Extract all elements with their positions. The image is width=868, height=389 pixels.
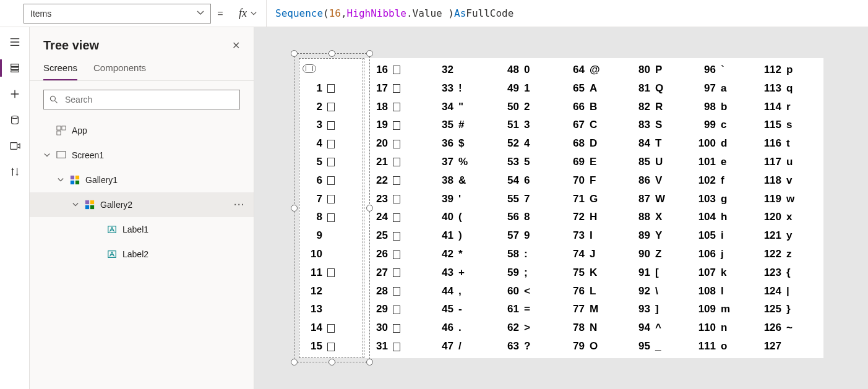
scrollbar-thumb[interactable] — [303, 64, 316, 73]
gallery-cell[interactable]: 77M — [561, 301, 627, 319]
gallery-cell[interactable]: 47/ — [430, 337, 496, 356]
gallery-column[interactable]: 0123456789101112131415 — [299, 58, 364, 358]
gallery-cell[interactable]: 95_ — [627, 337, 692, 356]
gallery-cell[interactable]: 99c — [692, 116, 758, 134]
gallery-cell[interactable]: 11 — [299, 263, 364, 282]
gallery-cell[interactable]: 4 — [299, 134, 364, 153]
gallery-cell[interactable]: 74J — [561, 245, 627, 263]
gallery-cell[interactable]: 25 — [364, 226, 430, 245]
gallery-cell[interactable]: 96` — [692, 61, 758, 79]
gallery-cell[interactable]: 34" — [430, 98, 496, 116]
resize-handle[interactable] — [291, 359, 298, 365]
gallery-cell[interactable]: 502 — [496, 98, 561, 116]
gallery-cell[interactable]: 568 — [496, 208, 561, 227]
gallery-cell[interactable]: 108l — [692, 282, 758, 301]
search-field[interactable] — [64, 94, 234, 105]
gallery-cell[interactable]: 102f — [692, 171, 758, 190]
hamburger-icon[interactable] — [9, 36, 21, 48]
gallery-cell[interactable]: 97a — [692, 79, 758, 98]
gallery-cell[interactable]: 78N — [561, 318, 627, 337]
gallery-cell[interactable]: 105i — [692, 226, 758, 245]
gallery-cell[interactable]: 29 — [364, 301, 430, 319]
tree-view-icon[interactable] — [9, 62, 21, 74]
gallery-cell[interactable]: 91[ — [627, 263, 692, 282]
gallery-cell[interactable]: 7 — [299, 190, 364, 208]
gallery-cell[interactable]: 124| — [758, 282, 823, 301]
gallery-cell[interactable]: 127 — [758, 337, 823, 356]
gallery-cell[interactable]: 35# — [430, 116, 496, 134]
gallery-cell[interactable]: 76L — [561, 282, 627, 301]
resize-handle[interactable] — [291, 205, 298, 212]
gallery-cell[interactable]: 67C — [561, 116, 627, 134]
gallery-cell[interactable]: 64@ — [561, 61, 627, 79]
gallery-cell[interactable]: 41) — [430, 226, 496, 245]
gallery-cell[interactable]: 6 — [299, 171, 364, 190]
gallery-column[interactable]: 112p113q114r115s116t117u118v119w120x121y… — [758, 58, 823, 358]
gallery-cell[interactable]: 579 — [496, 226, 561, 245]
gallery-cell[interactable]: 60< — [496, 282, 561, 301]
property-dropdown[interactable]: Items — [24, 4, 211, 24]
gallery-cell[interactable]: 12 — [299, 282, 364, 301]
gallery-cell[interactable]: 22 — [364, 171, 430, 190]
gallery-cell[interactable]: 107k — [692, 263, 758, 282]
gallery-cell[interactable]: 89Y — [627, 226, 692, 245]
media-icon[interactable] — [9, 140, 21, 152]
gallery-column[interactable]: 80P81Q82R83S84T85U86V87W88X89Y90Z91[92\9… — [627, 58, 692, 358]
gallery-cell[interactable]: 9 — [299, 226, 364, 245]
close-icon[interactable]: ✕ — [232, 40, 240, 51]
gallery-cell[interactable]: 92\ — [627, 282, 692, 301]
gallery-cell[interactable]: 33! — [430, 79, 496, 98]
gallery-cell[interactable]: 80P — [627, 61, 692, 79]
gallery-cell[interactable]: 85U — [627, 153, 692, 171]
gallery-cell[interactable]: 14 — [299, 318, 364, 337]
gallery-cell[interactable]: 101e — [692, 153, 758, 171]
gallery-cell[interactable]: 82R — [627, 98, 692, 116]
gallery-cell[interactable]: 0 — [299, 61, 364, 79]
gallery-cell[interactable]: 94^ — [627, 318, 692, 337]
gallery-cell[interactable]: 36$ — [430, 134, 496, 153]
gallery-cell[interactable]: 109m — [692, 301, 758, 319]
horizontal-scrollbar[interactable] — [303, 64, 361, 73]
gallery-cell[interactable]: 83S — [627, 116, 692, 134]
resize-handle[interactable] — [329, 359, 335, 365]
gallery-cell[interactable]: 112p — [758, 61, 823, 79]
gallery-cell[interactable]: 10 — [299, 245, 364, 263]
gallery-cell[interactable]: 90Z — [627, 245, 692, 263]
gallery-column[interactable]: 16171819202122232425262728293031 — [364, 58, 430, 358]
gallery-cell[interactable]: 118v — [758, 171, 823, 190]
gallery-cell[interactable]: 68D — [561, 134, 627, 153]
gallery-cell[interactable]: 120x — [758, 208, 823, 227]
gallery-cell[interactable]: 5 — [299, 153, 364, 171]
gallery-cell[interactable]: 15 — [299, 337, 364, 356]
gallery-cell[interactable]: 113q — [758, 79, 823, 98]
gallery-cell[interactable]: 524 — [496, 134, 561, 153]
gallery-cell[interactable]: 44, — [430, 282, 496, 301]
gallery-cell[interactable]: 37% — [430, 153, 496, 171]
gallery-cell[interactable]: 84T — [627, 134, 692, 153]
gallery-cell[interactable]: 98b — [692, 98, 758, 116]
resize-handle[interactable] — [366, 205, 373, 212]
gallery-cell[interactable]: 3 — [299, 116, 364, 134]
tab-components[interactable]: Components — [93, 59, 146, 80]
resize-handle[interactable] — [291, 50, 298, 57]
gallery-cell[interactable]: 16 — [364, 61, 430, 79]
gallery-cell[interactable]: 1 — [299, 79, 364, 98]
gallery-column[interactable]: 64@65A66B67C68D69E70F71G72H73I74J75K76L7… — [561, 58, 627, 358]
gallery-cell[interactable]: 110n — [692, 318, 758, 337]
gallery-cell[interactable]: 20 — [364, 134, 430, 153]
gallery-cell[interactable]: 121y — [758, 226, 823, 245]
gallery-cell[interactable]: 32 — [430, 61, 496, 79]
gallery-column[interactable]: 96`97a98b99c100d101e102f103g104h105i106j… — [692, 58, 758, 358]
gallery-cell[interactable]: 30 — [364, 318, 430, 337]
gallery-cell[interactable]: 42* — [430, 245, 496, 263]
fx-button[interactable]: fx — [230, 0, 267, 27]
gallery-cell[interactable]: 8 — [299, 208, 364, 227]
gallery-cell[interactable]: 27 — [364, 263, 430, 282]
gallery-cell[interactable]: 491 — [496, 79, 561, 98]
gallery-cell[interactable]: 88X — [627, 208, 692, 227]
gallery-cell[interactable]: 106j — [692, 245, 758, 263]
gallery-cell[interactable]: 28 — [364, 282, 430, 301]
gallery-cell[interactable]: 72H — [561, 208, 627, 227]
gallery-cell[interactable]: 557 — [496, 190, 561, 208]
gallery-cell[interactable]: 21 — [364, 153, 430, 171]
